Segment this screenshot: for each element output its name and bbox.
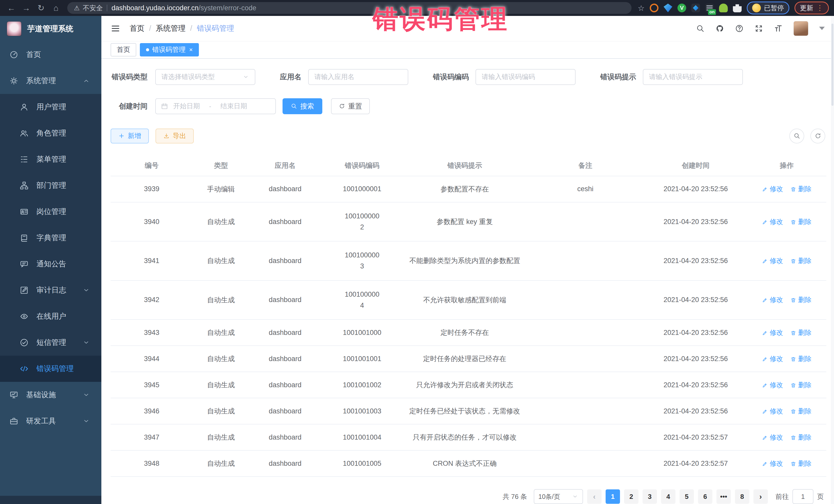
edit-link[interactable]: 修改: [762, 354, 783, 364]
delete-link[interactable]: 删除: [790, 380, 812, 390]
sidebar-menu-item[interactable]: 角色管理: [0, 120, 101, 146]
app-name-input[interactable]: [314, 73, 402, 81]
help-icon[interactable]: [735, 24, 744, 33]
page-button[interactable]: 1: [606, 489, 620, 504]
sidebar-menu-item[interactable]: 基础设施: [0, 382, 101, 408]
sidebar-menu-item[interactable]: 系统管理: [0, 68, 101, 94]
security-label[interactable]: 不安全: [83, 4, 103, 13]
error-msg-input[interactable]: [649, 73, 737, 81]
browser-menu-dots-icon[interactable]: ⋮: [816, 4, 824, 12]
bookmark-star-icon[interactable]: ☆: [638, 4, 644, 13]
delete-link[interactable]: 删除: [790, 328, 812, 337]
error-code-input[interactable]: [482, 73, 569, 81]
table-row[interactable]: 3940 自动生成 dashboard 1001000002 参数配置 key …: [111, 202, 826, 241]
error-type-select[interactable]: 请选择错误码类型: [155, 69, 255, 85]
delete-link[interactable]: 删除: [790, 407, 812, 416]
sidebar-menu-item[interactable]: 研发工具: [0, 408, 101, 434]
delete-link[interactable]: 删除: [790, 184, 812, 194]
table-row[interactable]: 3943 自动生成 dashboard 1001001000 定时任务不存在 2…: [111, 320, 826, 346]
page-scrollbar[interactable]: [831, 16, 834, 504]
sidebar-menu-item[interactable]: 首页: [0, 42, 101, 68]
add-button[interactable]: 新增: [111, 129, 149, 144]
delete-link[interactable]: 删除: [790, 256, 812, 265]
caret-down-icon[interactable]: [819, 27, 825, 30]
edit-link[interactable]: 修改: [762, 295, 783, 304]
back-icon[interactable]: ←: [5, 3, 18, 13]
reset-button[interactable]: 重置: [331, 98, 370, 114]
edit-link[interactable]: 修改: [762, 433, 783, 442]
page-button[interactable]: •••: [717, 489, 731, 504]
close-icon[interactable]: ×: [189, 46, 193, 53]
delete-link[interactable]: 删除: [790, 459, 812, 468]
edit-link[interactable]: 修改: [762, 459, 783, 468]
edit-link[interactable]: 修改: [762, 184, 783, 194]
table-row[interactable]: 3942 自动生成 dashboard 1001000004 不允许获取敏感配置…: [111, 281, 826, 320]
page-tab[interactable]: 首页 ×: [111, 43, 136, 57]
sidebar-menu-item[interactable]: 岗位管理: [0, 199, 101, 225]
page-tab[interactable]: 错误码管理 ×: [140, 43, 199, 57]
user-avatar[interactable]: [793, 21, 808, 36]
table-row[interactable]: 3944 自动生成 dashboard 1001001001 定时任务的处理器已…: [111, 346, 826, 372]
edit-link[interactable]: 修改: [762, 380, 783, 390]
delete-link[interactable]: 删除: [790, 217, 812, 226]
green-check-extension-icon[interactable]: V: [678, 4, 686, 12]
delete-link[interactable]: 删除: [790, 295, 812, 304]
edit-link[interactable]: 修改: [762, 217, 783, 226]
page-button[interactable]: 3: [642, 489, 657, 504]
orange-ring-extension-icon[interactable]: [650, 4, 658, 12]
hamburger-icon[interactable]: [111, 24, 120, 34]
sidebar-menu-item[interactable]: 菜单管理: [0, 146, 101, 172]
blue-gem-extension-icon[interactable]: [664, 4, 672, 12]
browser-profile-button[interactable]: 已暂停: [747, 2, 789, 14]
delete-link[interactable]: 删除: [790, 354, 812, 364]
table-row[interactable]: 3945 自动生成 dashboard 1001001002 只允许修改为开启或…: [111, 372, 826, 398]
goto-page-input[interactable]: [792, 489, 813, 504]
next-page-button[interactable]: ›: [753, 489, 768, 504]
sidebar-menu-item[interactable]: 错误码管理: [0, 356, 101, 382]
sidebar-menu-item[interactable]: 用户管理: [0, 94, 101, 120]
page-button[interactable]: 8: [735, 489, 749, 504]
sidebar-menu-item[interactable]: 审计日志: [0, 277, 101, 303]
table-row[interactable]: 3948 自动生成 dashboard 1001001005 CRON 表达式不…: [111, 451, 826, 477]
grid-extension-icon[interactable]: [691, 4, 700, 12]
page-button[interactable]: 6: [698, 489, 712, 504]
search-toggle-button[interactable]: [789, 129, 804, 144]
sidebar-menu-item[interactable]: 短信管理: [0, 329, 101, 356]
table-row[interactable]: 3946 自动生成 dashboard 1001001003 定时任务已经处于该…: [111, 398, 826, 424]
home-icon[interactable]: ⌂: [50, 3, 62, 13]
page-button[interactable]: 5: [680, 489, 694, 504]
scrollbar-thumb[interactable]: [831, 24, 833, 106]
list-extension-icon[interactable]: on: [705, 4, 714, 12]
breadcrumb-system[interactable]: 系统管理: [156, 23, 185, 34]
table-row[interactable]: 3939 手动编辑 dashboard 1001000001 参数配置不存在 c…: [111, 176, 826, 202]
refresh-table-button[interactable]: [810, 129, 825, 144]
sidebar-menu-item[interactable]: 在线用户: [0, 303, 101, 329]
page-size-select[interactable]: 10条/页: [534, 489, 583, 504]
search-button[interactable]: 搜索: [283, 98, 322, 114]
export-button[interactable]: 导出: [155, 129, 194, 144]
sidebar-menu-item[interactable]: 字典管理: [0, 225, 101, 251]
edit-link[interactable]: 修改: [762, 407, 783, 416]
date-range-picker[interactable]: 开始日期 - 结束日期: [155, 98, 276, 114]
table-row[interactable]: 3947 自动生成 dashboard 1001001004 只有开启状态的任务…: [111, 424, 826, 451]
address-bar[interactable]: ⚠ 不安全 dashboard.yudao.iocoder.cn /system…: [67, 2, 632, 14]
sidebar-menu-item[interactable]: 部门管理: [0, 172, 101, 199]
fontsize-icon[interactable]: [774, 24, 783, 33]
sidebar-menu-item[interactable]: 通知公告: [0, 251, 101, 277]
edit-link[interactable]: 修改: [762, 328, 783, 337]
edit-link[interactable]: 修改: [762, 256, 783, 265]
page-button[interactable]: 2: [624, 489, 638, 504]
page-button[interactable]: 4: [661, 489, 675, 504]
github-icon[interactable]: [716, 24, 724, 33]
breadcrumb-home[interactable]: 首页: [130, 23, 145, 34]
table-row[interactable]: 3941 自动生成 dashboard 1001000003 不能删除类型为系统…: [111, 241, 826, 281]
delete-link[interactable]: 删除: [790, 433, 812, 442]
prev-page-button[interactable]: ‹: [587, 489, 601, 504]
key-extension-icon[interactable]: [719, 4, 728, 12]
puzzle-extensions-icon[interactable]: [733, 4, 742, 12]
forward-icon[interactable]: →: [20, 3, 32, 13]
browser-update-button[interactable]: 更新 ⋮: [794, 2, 829, 14]
reload-icon[interactable]: ↻: [35, 3, 47, 13]
fullscreen-icon[interactable]: [754, 24, 763, 33]
search-icon[interactable]: [696, 24, 705, 33]
